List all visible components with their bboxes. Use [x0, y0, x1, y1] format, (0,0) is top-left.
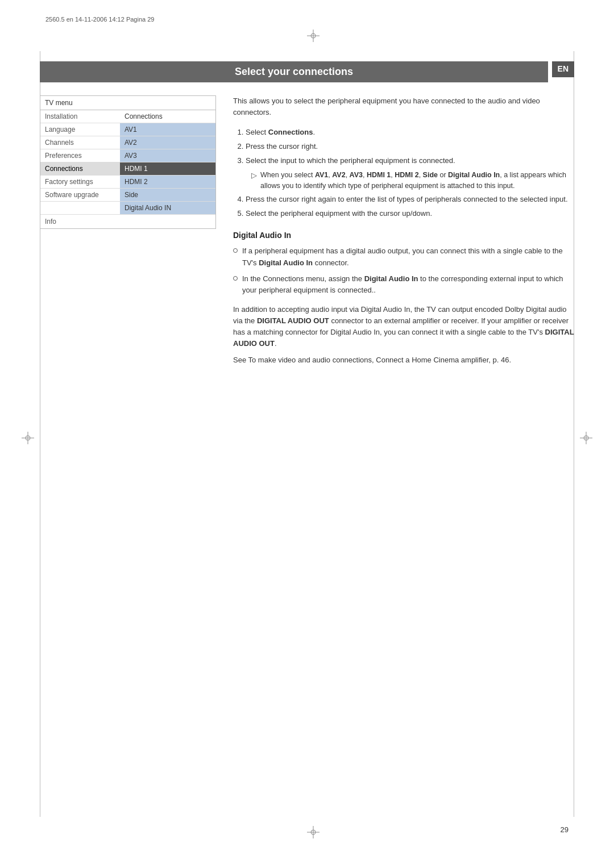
digital-audio-paragraph: In addition to accepting audio input via… [233, 304, 574, 350]
step-2: Press the cursor right. [246, 141, 574, 153]
menu-connections-active: Connections [40, 162, 120, 175]
menu-empty [40, 202, 120, 214]
bullet-circle-icon [233, 248, 238, 253]
menu-hdmi2: HDMI 2 [120, 176, 215, 188]
tv-menu-panel: TV menu Installation Connections Languag… [40, 95, 216, 370]
menu-digital-audio-in: Digital Audio IN [120, 202, 215, 214]
menu-row: Language AV1 [40, 123, 215, 136]
menu-row: Factory settings HDMI 2 [40, 176, 215, 189]
step-3-sub-text: When you select AV1, AV2, AV3, HDMI 1, H… [260, 170, 574, 191]
tv-menu-header: TV menu [40, 96, 215, 110]
step-5: Select the peripheral equipment with the… [246, 208, 574, 220]
tv-menu-box: TV menu Installation Connections Languag… [40, 95, 216, 229]
instructions-panel: This allows you to select the peripheral… [233, 95, 574, 370]
intro-text: This allows you to select the peripheral… [233, 95, 574, 118]
bullet-circle-icon [233, 276, 238, 281]
bullet-item-2: In the Connections menu, assign the Digi… [233, 273, 574, 296]
menu-side: Side [120, 189, 215, 201]
menu-language: Language [40, 123, 120, 136]
menu-connections: Connections [120, 110, 215, 123]
page-title: Select your connections [40, 61, 548, 82]
menu-row: Digital Audio IN [40, 202, 215, 215]
bullet-1-text: If a peripheral equipment has a digital … [242, 245, 574, 268]
menu-row: Installation Connections [40, 110, 215, 123]
menu-hdmi1: HDMI 1 [120, 162, 215, 175]
connections-bold: Connections [268, 128, 313, 136]
menu-preferences: Preferences [40, 149, 120, 162]
step-4: Press the cursor right again to enter th… [246, 194, 574, 206]
crosshair-top-icon [307, 30, 320, 42]
step-1: Select Connections. [246, 127, 574, 139]
menu-installation: Installation [40, 110, 120, 123]
step-3-sub: ▷ When you select AV1, AV2, AV3, HDMI 1,… [251, 170, 574, 191]
crosshair-bottom-icon [307, 826, 320, 838]
menu-row: Software upgrade Side [40, 189, 215, 202]
menu-av3: AV3 [120, 149, 215, 162]
digital-audio-bullets: If a peripheral equipment has a digital … [233, 245, 574, 296]
bullet-2-text: In the Connections menu, assign the Digi… [242, 273, 574, 296]
digital-audio-section-title: Digital Audio In [233, 231, 574, 240]
menu-av1: AV1 [120, 123, 215, 136]
sub-arrow-icon: ▷ [251, 170, 257, 191]
menu-row: Connections HDMI 1 [40, 162, 215, 176]
menu-info: Info [40, 215, 215, 228]
menu-av2: AV2 [120, 136, 215, 149]
menu-software-upgrade: Software upgrade [40, 189, 120, 201]
crosshair-left-icon [22, 432, 34, 444]
steps-list: Select Connections. Press the cursor rig… [233, 127, 574, 219]
see-also-text: See To make video and audio connections,… [233, 354, 574, 366]
menu-channels: Channels [40, 136, 120, 149]
bullet-item-1: If a peripheral equipment has a digital … [233, 245, 574, 268]
main-content: TV menu Installation Connections Languag… [40, 95, 574, 370]
step-3: Select the input to which the peripheral… [246, 155, 574, 191]
meta-line: 2560.5 en 14-11-2006 14:12 Pagina 29 [45, 16, 154, 23]
menu-row: Channels AV2 [40, 136, 215, 149]
menu-row: Preferences AV3 [40, 149, 215, 162]
language-badge: EN [552, 61, 574, 77]
crosshair-right-icon [580, 432, 592, 444]
menu-factory-settings: Factory settings [40, 176, 120, 188]
page-number: 29 [561, 825, 569, 834]
